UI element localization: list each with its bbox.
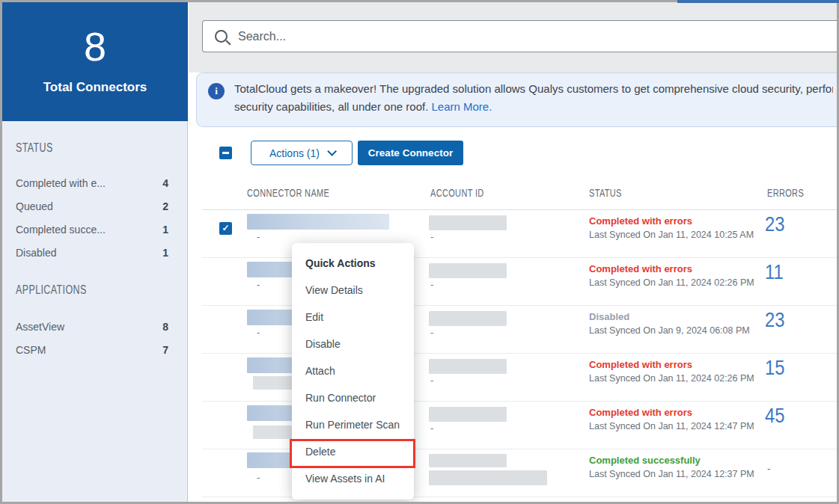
account-subtext-dash: - <box>430 279 433 290</box>
status-section-heading: STATUS <box>16 141 64 155</box>
info-icon: i <box>208 83 225 99</box>
search-box[interactable] <box>202 20 839 52</box>
account-id-redacted <box>429 311 507 326</box>
totalcloud-info-banner: i TotalCloud gets a makeover! The upgrad… <box>196 73 839 127</box>
status-filter-completed-successfully[interactable]: Completed succe... 1 <box>2 218 188 242</box>
menu-item-run-connector[interactable]: Run Connector <box>292 384 414 411</box>
banner-text-line1: TotalCloud gets a makeover! The upgraded… <box>234 82 833 95</box>
account-subtext-dash: - <box>430 375 433 386</box>
column-header-connector-name[interactable]: CONNECTOR NAME <box>247 187 353 199</box>
cutoff-blue-element <box>677 0 839 3</box>
account-id-redacted <box>429 215 507 230</box>
connector-subtext-dash: - <box>257 231 260 242</box>
select-all-checkbox[interactable] <box>219 147 232 159</box>
last-synced-text: Last Synced On Jan 11, 2024 02:26 PM <box>589 277 754 288</box>
status-filter-disabled[interactable]: Disabled 1 <box>2 242 188 265</box>
account-subtext-dash: - <box>430 422 433 434</box>
column-header-account-id[interactable]: ACCOUNT ID <box>430 187 499 199</box>
errors-count: 11 <box>765 261 786 284</box>
menu-item-disable[interactable]: Disable <box>292 331 414 357</box>
status-text: Completed with errors <box>589 215 692 227</box>
chevron-down-icon <box>327 147 337 156</box>
quick-actions-menu: Quick Actions View Details Edit Disable … <box>292 243 414 500</box>
applications-section-heading: APPLICATIONS <box>16 283 106 297</box>
learn-more-link[interactable]: Learn More. <box>431 100 492 113</box>
account-id-redacted <box>429 454 507 467</box>
total-connectors-card: 8 Total Connectors <box>2 2 188 121</box>
banner-text-line2: security capabilities, all under one roo… <box>234 100 492 113</box>
connector-subtext-dash: - <box>257 472 260 483</box>
connector-name-redacted <box>247 214 389 230</box>
status-filter-list: Completed with e... 4 Queued 2 Completed… <box>2 172 188 265</box>
account-id-redacted <box>429 407 507 422</box>
status-text: Completed with errors <box>589 407 692 418</box>
connector-subtext-dash: - <box>257 279 260 290</box>
menu-item-attach[interactable]: Attach <box>292 357 414 384</box>
status-count: 1 <box>162 218 168 242</box>
status-count: 1 <box>162 242 168 265</box>
status-text: Completed with errors <box>589 263 692 274</box>
actions-dropdown-button[interactable]: Actions (1) <box>251 141 353 165</box>
account-id-redacted <box>429 359 507 374</box>
errors-count: 23 <box>765 213 787 236</box>
application-count: 7 <box>162 339 168 362</box>
errors-count: 45 <box>765 405 787 428</box>
summary-sidebar: 8 Total Connectors STATUS Completed with… <box>2 2 188 502</box>
create-connector-button[interactable]: Create Connector <box>358 141 463 165</box>
last-synced-text: Last Synced On Jan 9, 2024 06:08 PM <box>589 325 750 336</box>
last-synced-text: Last Synced On Jan 11, 2024 12:47 PM <box>589 421 754 431</box>
menu-item-run-perimeter-scan[interactable]: Run Perimeter Scan <box>292 411 414 438</box>
menu-item-view-details[interactable]: View Details <box>292 277 414 304</box>
application-filter-assetview[interactable]: AssetView 8 <box>2 316 188 339</box>
account-id-redacted-line2 <box>429 470 547 485</box>
total-connectors-count: 8 <box>2 23 188 70</box>
status-count: 4 <box>162 172 168 195</box>
status-text: Disabled <box>589 311 629 322</box>
status-text: Completed successfully <box>589 455 701 466</box>
last-synced-text: Last Synced On Jan 11, 2024 12:37 PM <box>589 469 754 479</box>
status-filter-completed-with-errors[interactable]: Completed with e... 4 <box>2 172 188 195</box>
search-icon <box>215 30 228 43</box>
status-filter-queued[interactable]: Queued 2 <box>2 195 188 218</box>
quick-actions-menu-title: Quick Actions <box>292 250 414 277</box>
status-text: Completed with errors <box>589 359 692 370</box>
search-input[interactable] <box>238 30 762 43</box>
errors-count: 15 <box>765 357 787 380</box>
errors-count: 23 <box>765 309 787 332</box>
menu-item-edit[interactable]: Edit <box>292 304 414 331</box>
row-checkbox-checked[interactable]: ✓ <box>219 222 232 235</box>
errors-count-dash: - <box>767 463 771 475</box>
application-count: 8 <box>162 316 168 339</box>
account-subtext-dash: - <box>430 231 433 242</box>
application-filter-cspm[interactable]: CSPM 7 <box>2 339 188 362</box>
totalcloud-connectors-screen: 8 Total Connectors STATUS Completed with… <box>0 0 839 504</box>
last-synced-text: Last Synced On Jan 11, 2024 10:25 AM <box>589 230 754 240</box>
status-count: 2 <box>162 195 168 218</box>
column-header-status[interactable]: STATUS <box>589 187 631 199</box>
menu-item-delete[interactable]: Delete <box>292 438 414 465</box>
menu-item-view-assets-in-ai[interactable]: View Assets in AI <box>292 465 414 492</box>
account-subtext-dash: - <box>430 327 433 338</box>
connector-subtext-dash: - <box>257 327 260 338</box>
account-id-redacted <box>429 263 507 278</box>
total-connectors-label: Total Connectors <box>2 80 188 95</box>
applications-filter-list: AssetView 8 CSPM 7 <box>2 316 188 362</box>
column-header-errors[interactable]: ERRORS <box>767 187 814 199</box>
last-synced-text: Last Synced On Jan 11, 2024 02:26 PM <box>589 373 754 384</box>
